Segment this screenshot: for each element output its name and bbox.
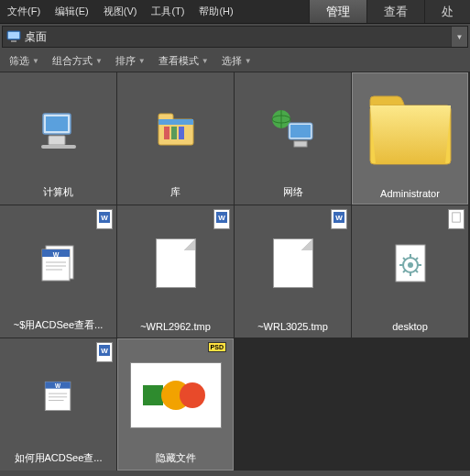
grid-item-word[interactable]: W W ~$用ACDSee查看... [0,205,116,338]
menu-file[interactable]: 文件(F) [0,0,48,23]
item-label: ~WRL3025.tmp [254,321,332,332]
chevron-down-icon: ▼ [138,57,146,65]
chevron-down-icon: ▼ [245,57,252,65]
desktop-icon [6,29,21,44]
grid-item-folder[interactable]: Administrator [352,72,468,205]
grid-item-psd[interactable]: PSD 隐藏文件 [117,338,234,470]
tab-view[interactable]: 查看 [366,0,424,23]
psd-badge-icon: PSD [208,342,226,352]
grid-item-network[interactable]: 网络 [235,72,351,205]
item-label: 隐藏文件 [152,451,200,465]
grid-item-library[interactable]: 库 [117,72,234,205]
path-bar[interactable]: 桌面 ▼ [2,26,468,48]
tab-manage[interactable]: 管理 [309,0,366,23]
svg-text:W: W [101,347,108,355]
tool-group[interactable]: 组合方式▼ [47,51,108,70]
svg-rect-11 [171,127,177,139]
svg-text:W: W [218,214,225,222]
file-icon [273,238,313,288]
item-label: desktop [388,321,432,332]
grid-item-computer[interactable]: 计算机 [0,72,116,205]
menu-bar: 文件(F) 编辑(E) 视图(V) 工具(T) 帮助(H) 管理 查看 处 [0,0,470,24]
svg-rect-17 [294,141,307,147]
menu-edit[interactable]: 编辑(E) [48,0,96,23]
svg-rect-1 [8,32,19,39]
item-label: ~WRL2962.tmp [137,321,214,332]
svg-rect-5 [49,136,65,145]
menu-view[interactable]: 视图(V) [96,0,145,23]
word-badge-icon: W [213,209,230,229]
tab-process[interactable]: 处 [424,0,470,23]
item-label: ~$用ACDSee查看... [10,318,107,332]
network-icon [268,106,318,152]
grid-item-tmp[interactable]: W ~WRL3025.tmp [235,205,351,338]
grid-item-desktop-ini[interactable]: desktop [352,205,468,338]
path-label: 桌面 [25,29,451,45]
gear-icon [388,241,432,285]
item-label: Administrator [377,188,443,199]
chevron-down-icon: ▼ [32,57,39,65]
svg-text:W: W [52,251,59,258]
svg-rect-12 [179,127,184,139]
svg-text:W: W [101,214,108,222]
word-doc-icon: W [38,375,79,415]
menu-tools[interactable]: 工具(T) [144,0,191,23]
psd-thumbnail [139,372,213,418]
svg-rect-10 [164,127,169,139]
svg-rect-9 [158,119,193,125]
tool-sort[interactable]: 排序▼ [110,51,151,70]
toolbar: 筛选▼ 组合方式▼ 排序▼ 查看模式▼ 选择▼ [0,50,470,72]
svg-text:W: W [55,382,61,388]
menu-help[interactable]: 帮助(H) [191,0,240,23]
computer-icon [36,106,82,152]
svg-rect-32 [453,213,461,222]
word-doc-icon: W [37,240,81,284]
grid-item-tmp[interactable]: W ~WRL2962.tmp [117,205,234,338]
svg-rect-4 [46,116,68,131]
chevron-down-icon: ▼ [95,57,103,65]
svg-rect-2 [11,40,16,42]
tool-viewmode[interactable]: 查看模式▼ [153,51,214,70]
svg-rect-52 [143,385,163,405]
svg-rect-6 [41,145,76,149]
item-label: 如何用ACDSee查... [11,451,106,465]
svg-point-54 [180,382,205,408]
library-icon [153,108,199,150]
mode-tabs: 管理 查看 处 [309,0,470,23]
word-badge-icon: W [96,342,113,362]
file-badge-icon [448,209,465,229]
item-label: 计算机 [39,185,77,199]
word-badge-icon: W [96,209,113,229]
folder-icon [365,93,456,168]
grid-item-word[interactable]: W W 如何用ACDSee查... [0,338,116,470]
file-icon [156,238,196,288]
path-dropdown[interactable]: ▼ [451,27,467,47]
file-grid: 计算机 库 网络 [0,72,470,470]
svg-text:W: W [335,214,343,222]
chevron-down-icon: ▼ [456,33,464,41]
svg-point-43 [408,262,413,268]
word-badge-icon: W [331,209,347,229]
chevron-down-icon: ▼ [202,57,209,65]
item-label: 网络 [279,185,307,199]
item-label: 库 [167,185,184,199]
tool-select[interactable]: 选择▼ [216,51,257,70]
svg-rect-16 [290,125,311,138]
tool-filter[interactable]: 筛选▼ [4,51,45,70]
